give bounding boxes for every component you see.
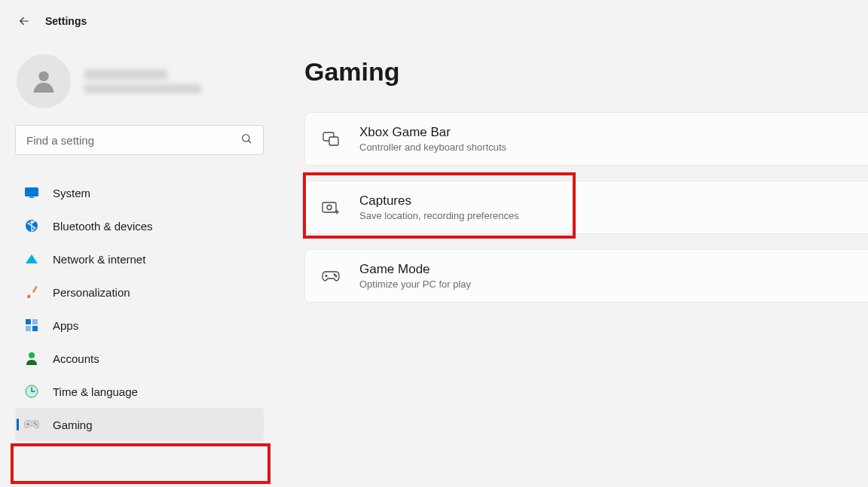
clock-globe-icon [24,384,39,399]
back-button[interactable] [17,14,32,29]
svg-rect-6 [32,285,38,293]
sidebar-item-apps[interactable]: Apps [15,309,264,342]
svg-point-20 [335,275,337,277]
gamepad-icon [24,417,39,432]
controller-icon [322,267,340,285]
sidebar-item-gaming[interactable]: Gaming [15,408,264,441]
account-icon [24,351,39,366]
card-title: Xbox Game Bar [359,125,506,140]
svg-point-1 [243,135,249,142]
card-captures[interactable]: Captures Save location, recording prefer… [304,181,868,234]
card-title: Game Mode [359,262,471,277]
sidebar-item-personalization[interactable]: Personalization [15,275,264,309]
app-header: Settings [0,0,868,36]
main-content: Gaming Xbox Game Bar Controller and keyb… [271,36,868,441]
capture-icon [322,199,340,217]
nav-label: Network & internet [53,253,145,266]
svg-rect-10 [32,326,38,331]
app-title: Settings [45,15,87,27]
bluetooth-icon [24,218,39,233]
svg-point-18 [327,205,332,209]
profile-block[interactable] [15,51,264,125]
search-icon [240,132,252,148]
sidebar-item-system[interactable]: System [15,176,264,209]
brush-icon [24,285,39,300]
svg-rect-16 [329,137,338,145]
nav-list: System Bluetooth & devices Network & int… [15,176,264,441]
sidebar-item-accounts[interactable]: Accounts [15,342,264,375]
annotation-highlight-gaming-nav [11,443,270,484]
card-game-mode[interactable]: Game Mode Optimize your PC for play [304,249,868,303]
svg-rect-8 [32,319,38,324]
nav-label: Accounts [53,352,99,365]
sidebar: System Bluetooth & devices Network & int… [0,36,271,441]
nav-label: Time & language [53,385,138,398]
svg-point-11 [29,352,35,358]
nav-label: Gaming [53,419,93,431]
svg-rect-4 [29,197,34,199]
page-title: Gaming [304,57,868,87]
svg-rect-17 [322,202,336,212]
profile-email-obscured [84,84,201,93]
apps-icon [24,318,39,333]
sidebar-item-network[interactable]: Network & internet [15,242,264,275]
svg-rect-3 [25,187,38,196]
sidebar-item-bluetooth[interactable]: Bluetooth & devices [15,209,264,242]
svg-point-13 [34,422,35,424]
search-input[interactable] [26,134,222,147]
person-icon [29,66,59,96]
profile-name-obscured [84,69,167,80]
card-title: Captures [359,193,519,208]
wifi-icon [24,251,39,266]
svg-rect-7 [26,319,31,324]
nav-label: Bluetooth & devices [53,220,153,233]
card-subtitle: Optimize your PC for play [359,279,471,290]
sidebar-item-time-language[interactable]: Time & language [15,375,264,408]
svg-point-0 [38,72,48,81]
nav-label: Personalization [53,286,130,299]
avatar [17,54,71,108]
card-xbox-game-bar[interactable]: Xbox Game Bar Controller and keyboard sh… [304,112,868,166]
svg-rect-9 [26,326,31,331]
search-box[interactable] [15,125,264,155]
card-subtitle: Controller and keyboard shortcuts [359,142,506,153]
nav-label: Apps [53,319,78,332]
nav-label: System [53,187,90,199]
card-subtitle: Save location, recording preferences [359,210,519,221]
svg-point-14 [35,424,37,425]
overlay-icon [322,130,340,148]
svg-point-19 [334,274,335,275]
svg-line-2 [249,141,251,143]
monitor-icon [24,185,39,200]
